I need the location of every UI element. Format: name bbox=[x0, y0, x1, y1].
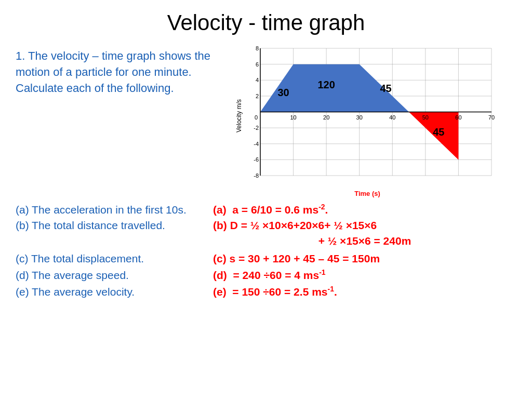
graph-wrapper: Velocity m/s bbox=[235, 43, 499, 189]
question-b: (b) The total distance travelled. bbox=[16, 219, 213, 232]
qa-row-b: (b) The total distance travelled. (b) D … bbox=[16, 219, 516, 232]
question-d: (d) The average speed. bbox=[16, 269, 213, 282]
answer-a: (a) a = 6/10 = 0.6 ms-2. bbox=[213, 203, 516, 216]
qa-row-d: (d) The average speed. (d) = 240 ÷60 = 4… bbox=[16, 268, 516, 282]
graph-area bbox=[245, 43, 499, 189]
question-c: (c) The total displacement. bbox=[16, 252, 213, 265]
answer-c: (c) s = 30 + 120 + 45 – 45 = 150m bbox=[213, 252, 516, 265]
y-axis-label: Velocity m/s bbox=[235, 99, 243, 132]
question-e: (e) The average velocity. bbox=[16, 286, 213, 298]
page-title: Velocity - time graph bbox=[16, 10, 516, 35]
x-axis-label: Time (s) bbox=[354, 190, 380, 197]
qa-section: (a) The acceleration in the first 10s. (… bbox=[16, 203, 516, 298]
page: Velocity - time graph 1. The velocity – … bbox=[0, 0, 532, 399]
qa-row-c: (c) The total displacement. (c) s = 30 +… bbox=[16, 252, 516, 265]
question-a: (a) The acceleration in the first 10s. bbox=[16, 204, 213, 216]
answer-b-line2: + ½ ×15×6 = 240m bbox=[213, 235, 516, 247]
answer-d: (d) = 240 ÷60 = 4 ms-1 bbox=[213, 268, 516, 282]
qa-row-a: (a) The acceleration in the first 10s. (… bbox=[16, 203, 516, 216]
description: 1. The velocity – time graph shows the m… bbox=[16, 43, 213, 96]
qa-row-e: (e) The average velocity. (e) = 150 ÷60 … bbox=[16, 285, 516, 298]
answer-e: (e) = 150 ÷60 = 2.5 ms-1. bbox=[213, 285, 516, 298]
answer-b: (b) D = ½ ×10×6+20×6+ ½ ×15×6 bbox=[213, 219, 516, 232]
top-section: 1. The velocity – time graph shows the m… bbox=[16, 43, 516, 197]
graph-container: Velocity m/s Time (s) bbox=[218, 43, 516, 197]
